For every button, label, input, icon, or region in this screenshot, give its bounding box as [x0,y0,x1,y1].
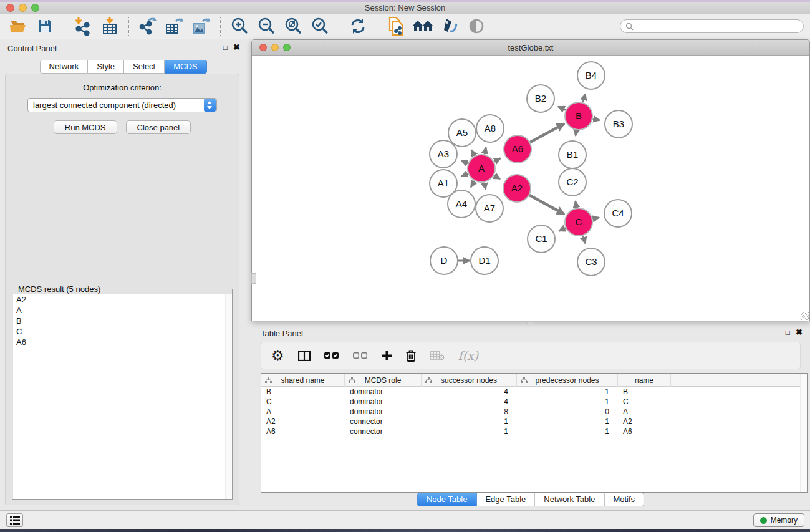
float-panel-icon[interactable]: □ [223,43,228,52]
edge-B-B2[interactable] [558,107,566,110]
save-session-icon[interactable] [34,16,55,36]
edge-A-A7[interactable] [485,183,486,190]
graph-node-C2[interactable]: C2 [559,168,586,196]
mcds-result-item[interactable]: A6 [13,337,232,347]
vertical-splitter-handle[interactable] [251,273,256,284]
graph-node-A4[interactable]: A4 [448,190,475,218]
refresh-icon[interactable] [347,16,369,36]
graph-node-A[interactable]: A [468,155,495,182]
node-table[interactable]: shared nameMCDS rolesuccessor nodesprede… [261,373,808,493]
zoom-in-icon[interactable] [229,16,250,36]
search-input[interactable] [637,22,803,31]
edge-A-A3[interactable] [461,161,468,163]
mcds-result-item[interactable]: A2 [13,294,232,305]
unselect-all-columns-icon[interactable] [353,347,368,364]
tab-motifs[interactable]: Motifs [604,493,644,506]
table-options-gear-icon[interactable]: ⚙ [271,347,284,364]
graph-node-A3[interactable]: A3 [430,140,457,168]
window-resize-grip[interactable] [801,312,809,320]
task-history-button[interactable] [6,513,23,527]
tab-network-table[interactable]: Network Table [535,493,604,506]
column-header-mcds-role[interactable]: MCDS role [345,374,422,387]
close-table-panel-icon[interactable]: ✖ [796,328,803,337]
column-header-shared-name[interactable]: shared name [261,374,345,387]
table-row[interactable]: Bdominator41B [261,387,807,397]
graph-node-B[interactable]: B [565,102,592,130]
graph-node-B3[interactable]: B3 [605,110,632,138]
tab-edge-table[interactable]: Edge Table [476,493,535,506]
graph-node-C1[interactable]: C1 [528,225,555,253]
import-table-icon[interactable] [99,16,120,36]
graph-node-B4[interactable]: B4 [577,62,605,89]
delete-table-icon[interactable] [430,347,445,364]
mcds-result-list[interactable]: A2ABCA6 [13,294,232,499]
close-panel-button[interactable]: Close panel [126,120,191,134]
table-scrollbar[interactable] [800,374,807,492]
graph-node-C[interactable]: C [565,208,592,236]
graph-node-C3[interactable]: C3 [577,248,605,276]
minimize-window-icon[interactable] [19,4,27,12]
run-mcds-button[interactable]: Run MCDS [54,120,117,134]
tab-network[interactable]: Network [39,60,88,74]
graph-node-B1[interactable]: B1 [559,141,586,168]
list-scrollbar[interactable] [225,294,232,499]
graph-node-D1[interactable]: D1 [471,247,498,274]
open-file-icon[interactable] [7,16,29,36]
show-graphics-details-icon[interactable] [466,16,487,36]
close-window-icon[interactable] [6,4,14,12]
export-image-icon[interactable] [191,16,212,36]
mcds-result-item[interactable]: A [13,305,232,316]
tab-style[interactable]: Style [88,60,124,74]
edge-B-B4[interactable] [583,94,586,102]
close-panel-icon[interactable]: ✖ [233,43,240,52]
edge-B-B1[interactable] [576,130,576,136]
float-table-panel-icon[interactable]: □ [786,328,790,337]
zoom-out-icon[interactable] [256,16,277,36]
edge-A6-B[interactable] [530,123,564,142]
mcds-result-item[interactable]: B [13,316,232,326]
tab-select[interactable]: Select [124,60,165,74]
titlebar[interactable]: Session: New Session [0,2,810,14]
edge-A2-C[interactable] [529,195,564,215]
edge-A-A5[interactable] [471,150,475,156]
edge-A-A8[interactable] [485,147,486,154]
table-row[interactable]: A6connector11A6 [261,427,807,437]
column-header-successor-nodes[interactable]: successor nodes [422,374,517,387]
create-column-icon[interactable] [382,347,392,364]
memory-button[interactable]: Memory [753,513,804,527]
export-table-icon[interactable] [164,16,185,36]
edge-C-C3[interactable] [583,236,586,243]
tab-node-table[interactable]: Node Table [417,493,477,506]
zoom-window-icon[interactable] [31,4,39,12]
houses-icon[interactable] [412,16,433,36]
network-canvas[interactable]: AA1A2A3A4A5A6A7A8BB1B2B3B4CC1C2C3C4DD1 [252,56,809,321]
clone-network-icon[interactable] [385,16,407,36]
zoom-selected-icon[interactable] [309,16,330,36]
show-columns-icon[interactable] [298,347,311,364]
function-builder-icon[interactable]: f(x) [458,347,479,364]
table-row[interactable]: Cdominator41C [261,397,807,407]
graph-node-A6[interactable]: A6 [504,135,531,163]
column-header-name[interactable]: name [618,374,671,387]
select-all-columns-icon[interactable] [324,347,339,364]
graph-node-B2[interactable]: B2 [527,85,554,112]
paint-style-icon[interactable] [439,16,460,36]
edge-C-C2[interactable] [576,201,577,208]
network-window-titlebar[interactable]: testGlobe.txt [252,40,809,56]
graph-node-A7[interactable]: A7 [476,195,503,222]
table-row[interactable]: Adominator80A [261,407,807,417]
edge-C-C4[interactable] [592,218,599,219]
delete-columns-icon[interactable] [406,347,416,364]
graph-node-A5[interactable]: A5 [448,119,476,147]
edge-A-A1[interactable] [461,173,468,176]
graph-node-A8[interactable]: A8 [476,115,504,142]
search-field[interactable] [620,19,804,33]
edge-A-A2[interactable] [494,175,500,179]
column-header-predecessor-nodes[interactable]: predecessor nodes [517,374,618,387]
tab-mcds[interactable]: MCDS [165,60,206,74]
graph-node-A2[interactable]: A2 [503,175,531,202]
export-network-icon[interactable] [137,16,158,36]
mcds-result-item[interactable]: C [13,326,232,337]
graph-node-C4[interactable]: C4 [604,200,632,227]
import-network-icon[interactable] [72,16,94,36]
